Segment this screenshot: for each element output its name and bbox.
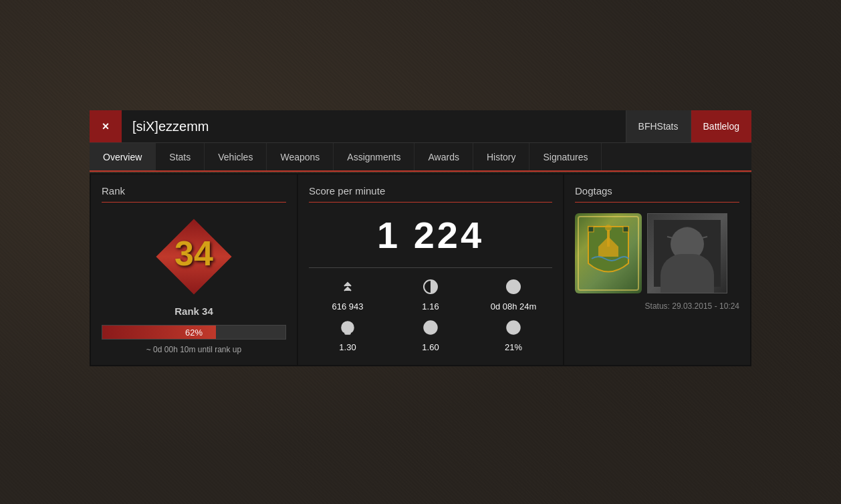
stat-cell-kd: 1.16 xyxy=(392,279,469,311)
rank-time-until: ~ 0d 00h 10m until rank up xyxy=(146,345,241,354)
svg-point-16 xyxy=(605,225,612,231)
dogtag-patch[interactable] xyxy=(575,213,642,293)
dogtag-photo[interactable] xyxy=(647,213,727,293)
stat-cell-acc: 21% xyxy=(475,320,552,352)
svg-rect-15 xyxy=(607,230,610,247)
tab-vehicles[interactable]: Vehicles xyxy=(205,143,267,170)
tab-awards[interactable]: Awards xyxy=(414,143,473,170)
stat-kpm-value: 1.60 xyxy=(422,342,439,352)
score-panel: Score per minute 1 224 616 943 xyxy=(298,174,563,365)
tab-signatures[interactable]: Signatures xyxy=(529,143,602,170)
tab-weapons[interactable]: Weapons xyxy=(267,143,334,170)
svg-point-2 xyxy=(344,326,347,329)
circle-half-icon xyxy=(423,279,439,299)
main-container: × [siX]ezzemm BFHStats Battlelog Overvie… xyxy=(90,110,751,366)
dogtags-content xyxy=(575,213,739,293)
svg-rect-25 xyxy=(671,261,704,287)
svg-rect-26 xyxy=(674,263,701,270)
score-value: 1 224 xyxy=(309,213,552,268)
stat-acc-value: 21% xyxy=(505,342,522,352)
dogtags-panel-title: Dogtags xyxy=(575,185,739,203)
rank-label: Rank 34 xyxy=(174,305,213,317)
content-area: Rank 34 Rank 34 62% ~ 0d 00h 10m until r… xyxy=(90,173,751,366)
stat-cell-time: 0d 08h 24m xyxy=(475,279,552,311)
stat-kd-value: 1.16 xyxy=(422,301,439,311)
score-panel-title: Score per minute xyxy=(309,185,552,203)
rank-badge: 34 xyxy=(157,213,231,300)
svg-point-21 xyxy=(678,235,687,243)
svg-rect-19 xyxy=(654,220,721,287)
svg-point-20 xyxy=(675,227,699,253)
battlelog-link[interactable]: Battlelog xyxy=(691,110,751,142)
svg-rect-18 xyxy=(623,227,628,232)
svg-point-12 xyxy=(512,326,515,329)
person-circle-icon xyxy=(423,320,439,340)
svg-point-3 xyxy=(348,326,351,329)
header-bar: × [siX]ezzemm BFHStats Battlelog xyxy=(90,110,751,142)
rank-panel: Rank 34 Rank 34 62% ~ 0d 00h 10m until r… xyxy=(91,174,297,365)
stat-score-value: 616 943 xyxy=(332,301,364,311)
player-name: [siX]ezzemm xyxy=(122,119,626,134)
tab-stats[interactable]: Stats xyxy=(156,143,205,170)
skull-icon xyxy=(340,320,356,340)
rank-number: 34 xyxy=(174,236,213,271)
chevrons-up-icon xyxy=(340,279,356,299)
svg-point-22 xyxy=(687,235,697,243)
target-icon xyxy=(505,320,521,340)
clock-icon xyxy=(505,279,521,299)
stat-cell-accuracy: 1.30 xyxy=(309,320,386,352)
stat-cell-score: 616 943 xyxy=(309,279,386,311)
rank-panel-title: Rank xyxy=(102,185,286,203)
tab-assignments[interactable]: Assignments xyxy=(334,143,414,170)
score-stats-grid: 616 943 1.16 xyxy=(309,279,552,352)
close-button[interactable]: × xyxy=(90,110,122,142)
stat-accuracy-value: 1.30 xyxy=(339,342,356,352)
photo-art xyxy=(654,220,721,287)
patch-art xyxy=(582,220,635,287)
status-text: Status: 29.03.2015 - 10:24 xyxy=(575,301,739,311)
svg-rect-17 xyxy=(588,227,594,232)
svg-rect-13 xyxy=(598,247,618,257)
svg-marker-14 xyxy=(598,237,618,247)
close-icon: × xyxy=(102,120,110,134)
rank-progress-bar: 62% xyxy=(102,325,286,340)
nav-tabs: Overview Stats Vehicles Weapons Assignme… xyxy=(90,142,751,172)
svg-point-9 xyxy=(429,324,433,328)
stat-cell-kpm: 1.60 xyxy=(392,320,469,352)
rank-content: 34 Rank 34 62% ~ 0d 00h 10m until rank u… xyxy=(102,213,286,354)
svg-point-24 xyxy=(689,236,695,241)
dogtags-panel: Dogtags xyxy=(564,174,750,365)
header-links: BFHStats Battlelog xyxy=(626,110,751,142)
rank-progress-text: 62% xyxy=(102,326,285,339)
stat-time-value: 0d 08h 24m xyxy=(491,301,537,311)
tab-history[interactable]: History xyxy=(473,143,530,170)
bfhstats-link[interactable]: BFHStats xyxy=(626,110,691,142)
tab-overview[interactable]: Overview xyxy=(90,143,156,170)
svg-point-23 xyxy=(679,236,686,241)
